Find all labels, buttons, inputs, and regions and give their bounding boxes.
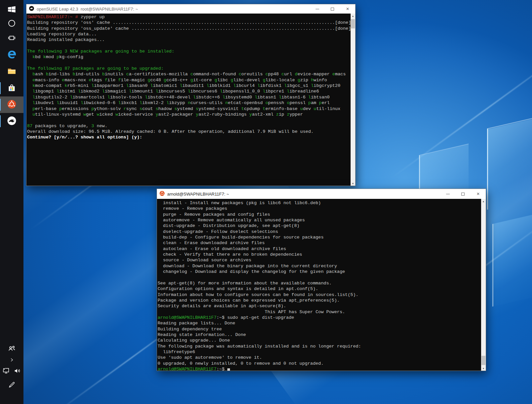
terminal-line: libsgutils2-2 libsmartcols1 libsolv-tool… bbox=[27, 94, 351, 100]
opensuse-geeko-icon bbox=[29, 6, 34, 13]
wallpaper-window-pane bbox=[487, 117, 532, 210]
terminal-line: libgomp1 libitm1 libkmod2 libmagic1 libm… bbox=[27, 89, 351, 94]
terminal-line: dselect-upgrade - Follow dselect selecti… bbox=[158, 229, 481, 235]
edge-icon bbox=[7, 49, 17, 61]
terminal-line: remove - Remove packages bbox=[158, 206, 481, 211]
terminal-line: clean - Erase downloaded archive files bbox=[158, 240, 481, 246]
opensuse-geeko-icon bbox=[7, 116, 17, 127]
terminal-line: Reading installed packages... bbox=[27, 37, 351, 43]
terminal-line: autoremove - Remove automatically all un… bbox=[158, 217, 481, 223]
start-button[interactable] bbox=[0, 3, 23, 16]
terminal-line: dist-upgrade - Distribution upgrade, see… bbox=[158, 223, 481, 229]
terminal-line: Use 'sudo apt autoremove' to remove it. bbox=[158, 355, 481, 360]
terminal-line: arnold@SWAPNILBHAR11F7:~$ sudo apt-get d… bbox=[158, 315, 481, 320]
terminal-line: source - Download source archives bbox=[158, 257, 481, 263]
volume-icon[interactable] bbox=[13, 367, 21, 376]
taskbar-item-edge[interactable] bbox=[0, 47, 23, 63]
terminal-line: Reading package lists... Done bbox=[158, 320, 481, 326]
scroll-down-button[interactable]: ▼ bbox=[481, 366, 486, 371]
terminal-line: kmod-compat krb5-mini libapparmor1 libas… bbox=[27, 83, 351, 89]
terminal-line: kbd kmod pkg-config bbox=[27, 54, 351, 60]
terminal-line: check - Verify that there are no broken … bbox=[158, 252, 481, 257]
terminal-line: 0 upgraded, 0 newly installed, 0 to remo… bbox=[158, 361, 481, 366]
ubuntu-terminal-output[interactable]: install - Install new packages (pkg is l… bbox=[157, 199, 481, 371]
close-button[interactable]: ✕ bbox=[471, 189, 486, 199]
scroll-up-button[interactable]: ▲ bbox=[351, 14, 355, 18]
terminal-line: The following 3 NEW packages are going t… bbox=[27, 49, 351, 54]
scroll-down-button[interactable]: ▼ bbox=[351, 181, 355, 186]
taskbar-item-store[interactable] bbox=[0, 80, 23, 96]
taskbar-item-opensuse[interactable] bbox=[0, 113, 23, 129]
terminal-line: Loading repository data... bbox=[27, 31, 351, 37]
maximize-button[interactable] bbox=[325, 4, 340, 14]
terminal-line bbox=[158, 275, 481, 280]
terminal-line: bash bind-libs bind-utils binutils ca-ce… bbox=[27, 71, 351, 77]
terminal-line: This APT has Super Cow Powers. bbox=[158, 309, 481, 315]
ubuntu-icon bbox=[159, 191, 165, 198]
terminal-line: purge - Remove packages and config files bbox=[158, 212, 481, 217]
opensuse-titlebar[interactable]: openSUSE Leap 42.3 root@SWAPNILBHAR11F7:… bbox=[26, 4, 355, 14]
terminal-line: build-dep - Configure build-dependencies… bbox=[158, 235, 481, 240]
terminal-line: autoclean - Erase old downloaded archive… bbox=[158, 246, 481, 252]
terminal-line: Calculating upgrade... Done bbox=[158, 338, 481, 343]
terminal-line: libudev1 libuuid1 libwicked-0-6 libxcb1 … bbox=[27, 100, 351, 106]
store-icon bbox=[7, 83, 16, 93]
people-button[interactable] bbox=[0, 344, 23, 353]
maximize-button[interactable] bbox=[455, 189, 471, 199]
windows-ink-button[interactable] bbox=[0, 381, 23, 389]
terminal-line: install - Install new packages (pkg is l… bbox=[158, 200, 481, 206]
ubuntu-window-title: arnold@SWAPNILBHAR11F7: ~ bbox=[167, 192, 229, 197]
ubuntu-titlebar[interactable]: arnold@SWAPNILBHAR11F7: ~ ✕ bbox=[157, 189, 486, 199]
folder-icon bbox=[7, 66, 17, 77]
scroll-thumb[interactable] bbox=[481, 356, 485, 365]
taskbar-item-file-explorer[interactable] bbox=[0, 63, 23, 80]
taskbar-item-ubuntu[interactable] bbox=[0, 96, 23, 113]
opensuse-window-title: openSUSE Leap 42.3 root@SWAPNILBHAR11F7:… bbox=[37, 7, 138, 12]
terminal-line: The following 87 packages are going to b… bbox=[27, 66, 351, 71]
minimize-button[interactable] bbox=[440, 189, 455, 199]
network-status-icon[interactable] bbox=[2, 367, 11, 376]
opensuse-terminal-window[interactable]: openSUSE Leap 42.3 root@SWAPNILBHAR11F7:… bbox=[26, 4, 356, 186]
terminal-line: See apt-get(8) for more information abou… bbox=[158, 280, 481, 286]
terminal-line: 87 packages to upgrade, 3 new. bbox=[27, 123, 351, 129]
opensuse-scrollbar[interactable]: ▲ ▼ bbox=[351, 14, 355, 186]
terminal-line: SWAPNILBHAR11F7:~ # zypper up bbox=[27, 14, 351, 20]
terminal-line: Building repository 'oss' cache ........… bbox=[27, 20, 351, 25]
opensuse-terminal-output[interactable]: SWAPNILBHAR11F7:~ # zypper upBuilding re… bbox=[26, 14, 351, 186]
cortana-button[interactable] bbox=[0, 16, 23, 30]
terminal-line: download - Download the binary package i… bbox=[158, 263, 481, 269]
show-hidden-icons-button[interactable] bbox=[0, 357, 23, 362]
terminal-line: Reading state information... Done bbox=[158, 332, 481, 338]
ubuntu-icon bbox=[7, 99, 17, 111]
minimize-button[interactable] bbox=[310, 4, 325, 14]
terminal-line: changelog - Download and display the cha… bbox=[158, 269, 481, 275]
scroll-up-button[interactable]: ▲ bbox=[481, 199, 486, 203]
terminal-line: arnold@SWAPNILBHAR11F7:~$ bbox=[158, 366, 481, 371]
task-view-button[interactable] bbox=[0, 30, 23, 45]
terminal-line: Package and version choices can be expre… bbox=[158, 298, 481, 303]
scroll-thumb[interactable] bbox=[351, 19, 355, 28]
terminal-line bbox=[27, 60, 351, 66]
terminal-line bbox=[27, 43, 351, 49]
terminal-line: Security details are available in apt-se… bbox=[158, 303, 481, 309]
desktop: openSUSE Leap 42.3 root@SWAPNILBHAR11F7:… bbox=[0, 0, 532, 404]
terminal-line: perl-base permissions python-solv rsync … bbox=[27, 106, 351, 112]
taskbar bbox=[0, 0, 23, 404]
terminal-line: Overall download size: 96.5 MiB. Already… bbox=[27, 129, 351, 134]
terminal-line bbox=[27, 117, 351, 123]
close-button[interactable]: ✕ bbox=[340, 4, 355, 14]
ubuntu-scrollbar[interactable]: ▲ ▼ bbox=[481, 199, 486, 371]
ubuntu-terminal-window[interactable]: arnold@SWAPNILBHAR11F7: ~ ✕ install - In… bbox=[157, 189, 486, 371]
terminal-line: The following package was automatically … bbox=[158, 344, 481, 349]
terminal-line: Building dependency tree bbox=[158, 326, 481, 332]
terminal-line: emacs-info emacs-nox etags file file-mag… bbox=[27, 77, 351, 83]
terminal-line: Building repository 'oss_update' cache .… bbox=[27, 26, 351, 31]
terminal-line: Information about how to configure sourc… bbox=[158, 292, 481, 298]
terminal-line: Configuration options and syntax is deta… bbox=[158, 286, 481, 292]
terminal-line: util-linux-systemd wget wicked wicked-se… bbox=[27, 112, 351, 117]
terminal-cursor bbox=[227, 368, 230, 371]
terminal-line: libfreetype6 bbox=[158, 349, 481, 355]
wallpaper-window-pane bbox=[492, 215, 532, 307]
terminal-line: Continue? [y/n/...? shows all options] (… bbox=[27, 134, 351, 140]
